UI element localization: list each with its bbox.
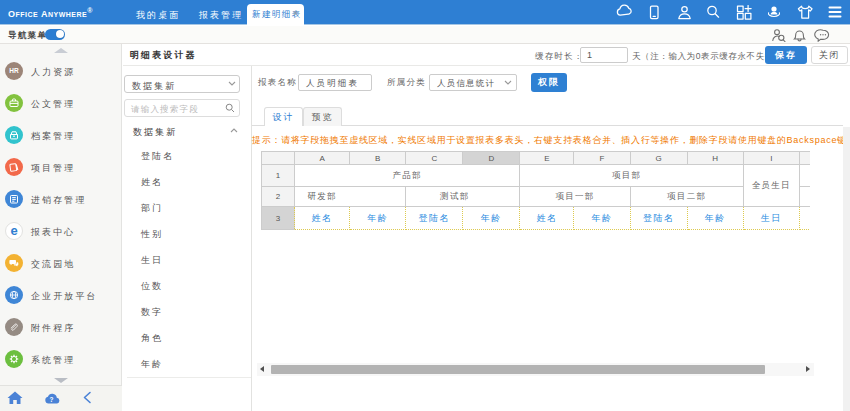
svg-text:?: ?	[50, 396, 54, 403]
